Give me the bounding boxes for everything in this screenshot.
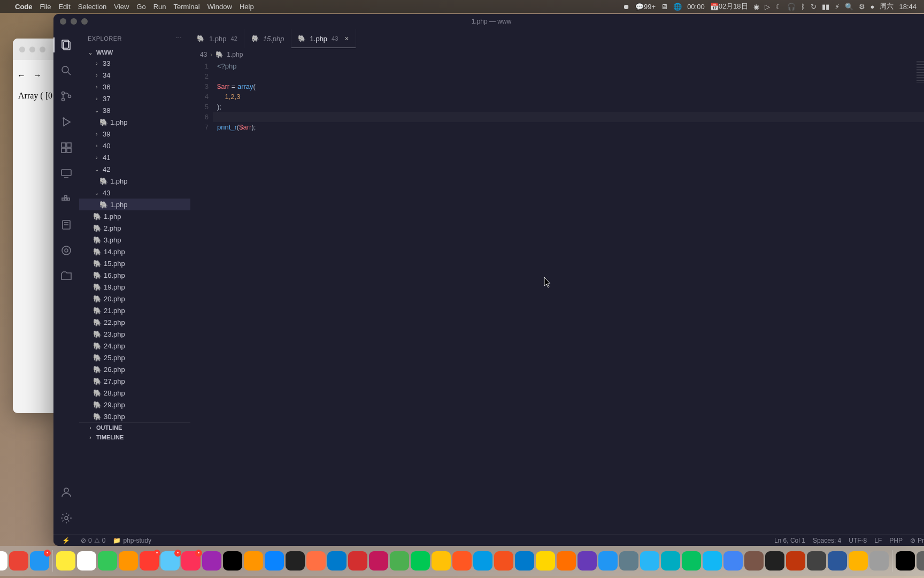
window-maximize-icon[interactable] [81, 18, 88, 25]
file-root-14-php[interactable]: 🐘14.php [79, 246, 190, 257]
dock-map-icon[interactable] [723, 551, 743, 571]
tab-1php-42[interactable]: 🐘 1.php 42 [190, 29, 244, 48]
dock-messages-icon[interactable]: • [160, 551, 180, 571]
dock-arc-icon[interactable] [578, 551, 597, 571]
file-root-16-php[interactable]: 🐘16.php [79, 269, 190, 281]
browser-back-icon[interactable]: ← [17, 71, 26, 80]
menu-view[interactable]: View [114, 3, 129, 11]
status-prettier[interactable]: ⊘ Pr [910, 537, 924, 544]
window-minimize-icon[interactable] [71, 18, 77, 25]
file-root-22-php[interactable]: 🐘22.php [79, 316, 190, 328]
dock-z-icon[interactable] [598, 551, 618, 571]
file-root-30-php[interactable]: 🐘30.php [79, 410, 190, 422]
breadcrumb-folder[interactable]: 43 [200, 51, 207, 58]
dock-word-icon[interactable] [828, 551, 847, 571]
timeline-section[interactable]: ›TIMELINE [79, 432, 190, 442]
dock-brave-icon[interactable] [494, 551, 513, 571]
dock-global-icon[interactable] [661, 551, 680, 571]
folder-33[interactable]: ›33 [79, 57, 190, 69]
battery-icon[interactable]: ▮▮ [822, 3, 829, 11]
dock-notes-icon[interactable] [56, 551, 75, 571]
file-root-25-php[interactable]: 🐘25.php [79, 352, 190, 363]
screenrec-icon[interactable]: ⏺ [623, 3, 630, 11]
dock-dark2-icon[interactable] [807, 551, 826, 571]
file-root-15-php[interactable]: 🐘15.php [79, 257, 190, 269]
dock-wechat-icon[interactable] [682, 551, 701, 571]
siri-icon[interactable]: ● [871, 3, 875, 11]
file-root-27-php[interactable]: 🐘27.php [79, 375, 190, 387]
file-root-1-php[interactable]: 🐘1.php [79, 210, 190, 222]
breadcrumb-file[interactable]: 1.php [227, 51, 243, 58]
browser-min-icon[interactable] [29, 47, 35, 52]
menubar-app-name[interactable]: Code [15, 3, 33, 11]
file-root-19-php[interactable]: 🐘19.php [79, 281, 190, 293]
dock-camera-icon[interactable] [432, 551, 451, 571]
status-errors[interactable]: ⊘ 0 ⚠ 0 [81, 537, 105, 544]
file-root-3-php[interactable]: 🐘3.php [79, 234, 190, 246]
activity-explorer[interactable] [53, 34, 79, 56]
dock-books-icon[interactable] [244, 551, 263, 571]
menu-help[interactable]: Help [240, 3, 254, 11]
dock-terminal-icon[interactable] [286, 551, 305, 571]
dock-orange-icon[interactable] [557, 551, 576, 571]
status-spaces[interactable]: Spaces: 4 [813, 537, 841, 544]
status-eol[interactable]: LF [874, 537, 882, 544]
browser-forward-icon[interactable]: → [33, 71, 42, 80]
folder-40[interactable]: ›40 [79, 140, 190, 151]
menu-edit[interactable]: Edit [58, 3, 70, 11]
browser-max-icon[interactable] [40, 47, 45, 52]
file-root-21-php[interactable]: 🐘21.php [79, 305, 190, 316]
bluetooth-icon[interactable]: ᛒ [801, 3, 805, 11]
remote-button[interactable]: ⚡ [59, 537, 73, 544]
tab-1php-43[interactable]: 🐘 1.php 43 × [291, 29, 356, 48]
status-folder[interactable]: 📁 php-study [113, 537, 151, 544]
status-position[interactable]: Ln 6, Col 1 [774, 537, 805, 544]
activity-account[interactable] [53, 482, 79, 503]
dock-media-icon[interactable] [744, 551, 764, 571]
dock-code-icon[interactable] [515, 551, 534, 571]
dock-vpn-icon[interactable] [869, 551, 889, 571]
file-root-23-php[interactable]: 🐘23.php [79, 328, 190, 340]
folder-36[interactable]: ›36 [79, 81, 190, 93]
folder-34[interactable]: ›34 [79, 69, 190, 81]
activity-extensions[interactable] [53, 137, 79, 158]
dock-clock-icon[interactable] [619, 551, 638, 571]
minimap[interactable] [913, 61, 924, 82]
file-root-26-php[interactable]: 🐘26.php [79, 363, 190, 375]
dock-reminders-icon[interactable]: • [140, 551, 159, 571]
browser-close-icon[interactable] [19, 47, 25, 52]
tab-15php[interactable]: 🐘 15.php [244, 29, 291, 48]
code-content[interactable]: <?php $arr = array( 1,2,3 ); print_r($ar… [217, 61, 924, 534]
menu-run[interactable]: Run [153, 3, 166, 11]
dock-qq-icon[interactable] [703, 551, 722, 571]
folder-42[interactable]: ⌄42 [79, 163, 190, 175]
search-icon[interactable]: 🔍 [845, 3, 853, 11]
file-root-20-php[interactable]: 🐘20.php [79, 293, 190, 305]
control-center-icon[interactable]: ⚙ [859, 3, 865, 11]
file-43-1php[interactable]: 🐘1.php [79, 199, 190, 210]
menu-terminal[interactable]: Terminal [174, 3, 200, 11]
dock-store-icon[interactable] [265, 551, 284, 571]
status-language[interactable]: PHP [889, 537, 903, 544]
outline-section[interactable]: ›OUTLINE [79, 423, 190, 432]
menu-selection[interactable]: Selection [78, 3, 106, 11]
wechat-status-icon[interactable]: 💬 99+ [635, 3, 656, 11]
folder-43[interactable]: ⌄43 [79, 187, 190, 199]
window-close-icon[interactable] [60, 18, 66, 25]
dock-play-icon[interactable] [411, 551, 430, 571]
dock-tv-icon[interactable] [223, 551, 242, 571]
dock-vscode-alt-icon[interactable] [327, 551, 346, 571]
moon-icon[interactable]: ☾ [775, 3, 782, 11]
dock-photos-icon[interactable] [119, 551, 138, 571]
file-root-29-php[interactable]: 🐘29.php [79, 399, 190, 410]
dock-weather-icon[interactable] [98, 551, 117, 571]
explorer-more-icon[interactable]: ⋯ [176, 35, 182, 42]
dock-podcasts-icon[interactable] [202, 551, 221, 571]
play-icon[interactable]: ▷ [765, 3, 770, 11]
file-root-28-php[interactable]: 🐘28.php [79, 387, 190, 399]
menu-window[interactable]: Window [207, 3, 232, 11]
activity-remote[interactable] [53, 163, 79, 184]
menu-file[interactable]: File [40, 3, 51, 11]
headphones-icon[interactable]: 🎧 [787, 3, 796, 11]
dock-red-app-icon[interactable] [348, 551, 367, 571]
